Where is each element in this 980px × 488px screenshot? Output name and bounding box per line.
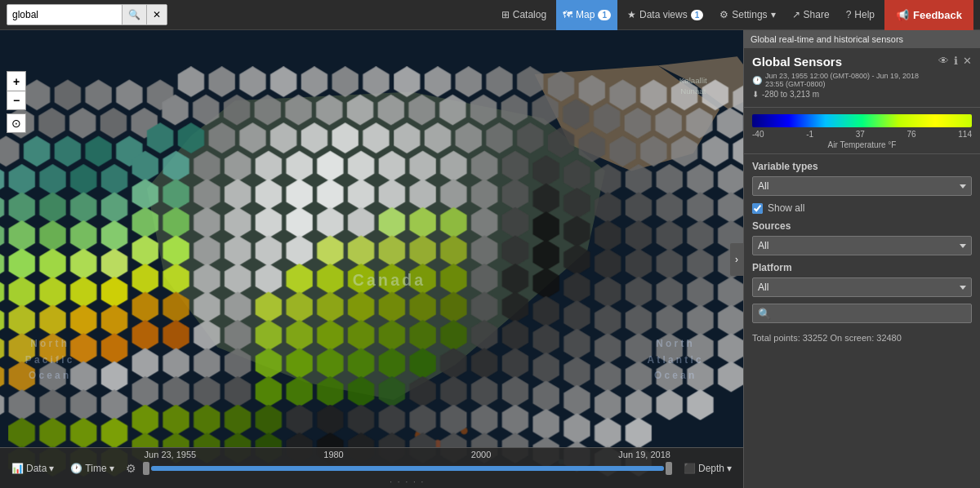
timeline-dots: · · · · · bbox=[143, 477, 672, 486]
clear-search-button[interactable]: ✕ bbox=[146, 5, 167, 24]
color-label-0: -40 bbox=[752, 130, 764, 139]
svg-text:North: North bbox=[30, 338, 69, 349]
feedback-button[interactable]: 📢 Feedback bbox=[884, 0, 973, 30]
svg-text:Pacific: Pacific bbox=[25, 354, 75, 366]
panel-date-range: 🕐 Jun 23, 1955 12:00 (GMT-0800) - Jun 19… bbox=[752, 72, 938, 88]
time-button[interactable]: 🕐 Time ▾ bbox=[65, 461, 118, 476]
clock-icon: 🕐 bbox=[70, 463, 82, 474]
color-scale-bar bbox=[752, 114, 972, 127]
settings-label: Settings bbox=[732, 9, 767, 20]
settings-chevron-icon: ▾ bbox=[771, 9, 776, 20]
panel-icon-row: 👁 ℹ ✕ bbox=[938, 55, 972, 67]
depth-icon: ⬛ bbox=[684, 463, 696, 474]
timeline-bar: 📊 Data ▾ 🕐 Time ▾ ⚙ Jun 23, 1955 1980 20… bbox=[0, 447, 743, 488]
timeline-labels: Jun 23, 1955 1980 2000 Jun 19, 2018 bbox=[143, 450, 672, 459]
depth-label: Depth bbox=[698, 463, 724, 474]
panel-search-icon: 🔍 bbox=[753, 308, 776, 320]
show-all-checkbox[interactable] bbox=[752, 203, 763, 214]
timeline-slider-row bbox=[143, 462, 672, 475]
total-points-text: Total points: 33252 On screen: 32480 bbox=[752, 330, 972, 346]
panel-collapse-button[interactable]: › bbox=[730, 243, 743, 276]
data-button[interactable]: 📊 Data ▾ bbox=[7, 461, 59, 476]
depth-button[interactable]: ⬛ Depth ▾ bbox=[679, 461, 737, 476]
timeline-mid2-label: 2000 bbox=[471, 450, 491, 459]
map-container[interactable]: Canada North Pacific Ocean North Atlanti… bbox=[0, 30, 743, 488]
help-button[interactable]: ? Help bbox=[840, 0, 881, 30]
platform-select[interactable]: All bbox=[752, 277, 972, 297]
timeline-range[interactable] bbox=[151, 466, 664, 471]
catalog-button[interactable]: ⊞ Catalog bbox=[495, 0, 553, 30]
catalog-label: Catalog bbox=[513, 9, 546, 20]
sources-select[interactable]: All bbox=[752, 236, 972, 255]
dataviews-button[interactable]: ★ Data views 1 bbox=[621, 0, 710, 30]
svg-text:Canada: Canada bbox=[353, 271, 426, 289]
depth-small-icon: ⬇ bbox=[752, 90, 759, 99]
main-layout: Canada North Pacific Ocean North Atlanti… bbox=[0, 30, 980, 488]
breadcrumb-text: Global real-time and historical sensors bbox=[751, 34, 903, 44]
zoom-in-button[interactable]: + bbox=[7, 71, 26, 91]
clock-small-icon: 🕐 bbox=[752, 76, 762, 85]
timeline-end-label: Jun 19, 2018 bbox=[618, 450, 670, 459]
panel-header-breadcrumb: Global real-time and historical sensors bbox=[744, 30, 980, 48]
time-chevron-icon: ▾ bbox=[109, 463, 114, 474]
feedback-label: Feedback bbox=[913, 9, 962, 21]
zoom-out-button[interactable]: − bbox=[7, 91, 26, 110]
dataviews-badge: 1 bbox=[691, 10, 704, 20]
platform-label: Platform bbox=[752, 262, 972, 273]
dataviews-label: Data views bbox=[639, 9, 688, 20]
zoom-reset-button[interactable]: ⊙ bbox=[7, 113, 26, 133]
data-chevron-icon: ▾ bbox=[49, 463, 54, 474]
right-panel: Global real-time and historical sensors … bbox=[743, 30, 980, 488]
depth-chevron-icon: ▾ bbox=[727, 463, 732, 474]
share-button[interactable]: ↗ Share bbox=[786, 0, 836, 30]
color-label-2: 37 bbox=[856, 130, 865, 139]
search-button[interactable]: 🔍 bbox=[122, 5, 146, 24]
timeline-start-label: Jun 23, 1955 bbox=[145, 450, 197, 459]
timeline-mid1-label: 1980 bbox=[323, 450, 343, 459]
map-label: Map bbox=[576, 9, 595, 20]
panel-search-box[interactable]: 🔍 bbox=[752, 304, 972, 323]
color-label-1: -1 bbox=[806, 130, 813, 139]
timeline-handle-left[interactable] bbox=[143, 462, 149, 475]
color-unit: Air Temperature °F bbox=[752, 140, 972, 149]
data-label: Data bbox=[26, 463, 47, 474]
panel-info-button[interactable]: ℹ bbox=[954, 55, 958, 67]
svg-text:North: North bbox=[656, 338, 695, 349]
search-box[interactable]: 🔍 ✕ bbox=[7, 4, 167, 25]
filter-section: Variable types All Show all Sources All … bbox=[744, 154, 980, 353]
top-nav: 🔍 ✕ ⊞ Catalog 🗺 Map 1 ★ Data views 1 ⚙ S… bbox=[0, 0, 980, 30]
panel-eye-button[interactable]: 👁 bbox=[938, 55, 949, 67]
panel-depth-range: ⬇ -280 to 3,213 m bbox=[752, 90, 938, 99]
color-label-3: 76 bbox=[907, 130, 916, 139]
help-label: Help bbox=[854, 9, 875, 20]
feedback-icon: 📢 bbox=[896, 9, 909, 21]
share-label: Share bbox=[804, 9, 830, 20]
star-icon: ★ bbox=[627, 9, 636, 20]
svg-text:Nunaat: Nunaat bbox=[680, 87, 706, 95]
chart-icon: 📊 bbox=[11, 463, 24, 474]
gear-icon: ⚙ bbox=[719, 9, 728, 20]
help-icon: ? bbox=[846, 9, 852, 20]
time-label: Time bbox=[85, 463, 106, 474]
hex-map-svg: Canada North Pacific Ocean North Atlanti… bbox=[0, 30, 743, 488]
color-scale-section: -40 -1 37 76 114 Air Temperature °F bbox=[744, 108, 980, 154]
timeline-handle-right[interactable] bbox=[666, 462, 672, 475]
variable-types-label: Variable types bbox=[752, 161, 972, 172]
search-input[interactable] bbox=[7, 5, 122, 24]
color-label-4: 114 bbox=[958, 130, 972, 139]
svg-text:Kalaallit: Kalaallit bbox=[679, 76, 707, 85]
sources-label: Sources bbox=[752, 220, 972, 232]
share-icon: ↗ bbox=[792, 9, 800, 20]
gear-settings-icon[interactable]: ⚙ bbox=[126, 462, 136, 475]
panel-search-input[interactable] bbox=[776, 304, 971, 322]
svg-text:Atlantic: Atlantic bbox=[648, 354, 704, 366]
svg-text:Ocean: Ocean bbox=[29, 370, 71, 381]
variable-types-select[interactable]: All bbox=[752, 176, 972, 196]
settings-button[interactable]: ⚙ Settings ▾ bbox=[713, 0, 782, 30]
panel-close-button[interactable]: ✕ bbox=[963, 55, 972, 67]
show-all-label[interactable]: Show all bbox=[768, 202, 804, 214]
map-button[interactable]: 🗺 Map 1 bbox=[556, 0, 617, 30]
color-scale-labels: -40 -1 37 76 114 bbox=[752, 130, 972, 139]
panel-title-section: Global Sensors 🕐 Jun 23, 1955 12:00 (GMT… bbox=[744, 48, 980, 108]
date-range-text: Jun 23, 1955 12:00 (GMT-0800) - Jun 19, … bbox=[765, 72, 938, 88]
